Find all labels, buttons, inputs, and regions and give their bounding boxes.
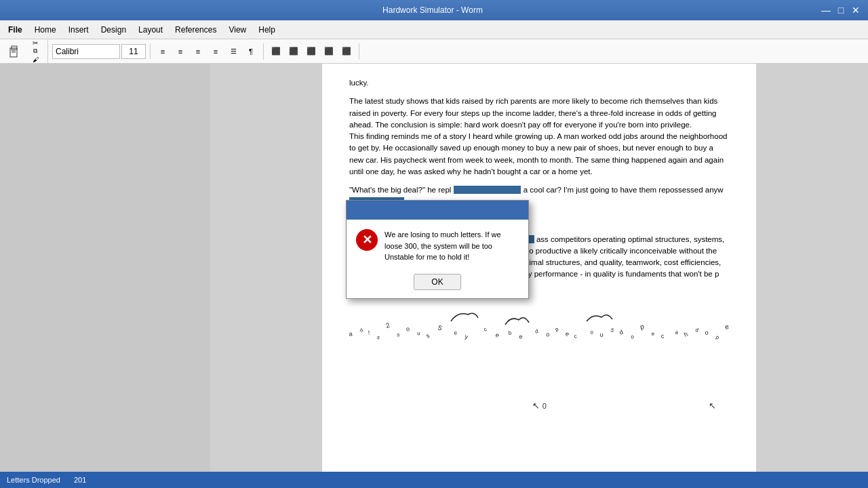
dialog-ok-button[interactable]: OK [414,274,461,290]
dialog-message: We are losing to much letters. If we loo… [384,229,519,263]
dialog-body: ✕ We are losing to much letters. If we l… [347,220,528,270]
dialog-title-bar[interactable] [347,201,528,220]
error-dialog: ✕ We are losing to much letters. If we l… [346,200,529,299]
dialog-overlay: ✕ We are losing to much letters. If we l… [0,0,868,488]
error-icon: ✕ [356,229,378,251]
dialog-footer: OK [347,270,528,298]
